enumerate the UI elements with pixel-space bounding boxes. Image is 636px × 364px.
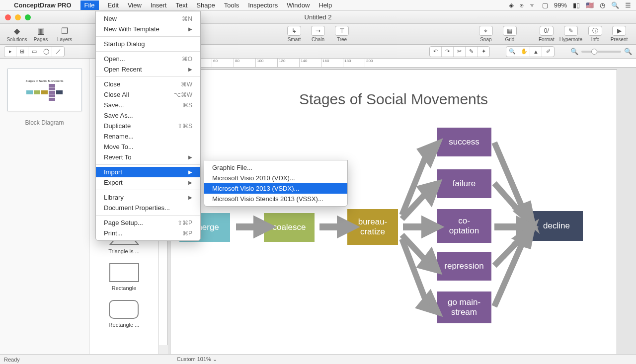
- menubar-file[interactable]: File: [80, 0, 99, 10]
- menu-icon[interactable]: ☰: [625, 1, 631, 9]
- file-menu-library[interactable]: Library▶: [96, 192, 200, 203]
- close-window-button[interactable]: [5, 14, 11, 20]
- file-menu-page-setup-[interactable]: Page Setup...⇧⌘P: [96, 218, 200, 228]
- shape-rounded-rectangle[interactable]: Rectangle ...: [109, 300, 140, 328]
- canvas[interactable]: Stages of Social Movements emergecoalesc…: [168, 68, 636, 354]
- undo-button[interactable]: ↶: [430, 47, 442, 57]
- wand-button[interactable]: ✦: [477, 47, 489, 57]
- file-menu-print-[interactable]: Print...⌘P: [96, 228, 200, 238]
- cut-button[interactable]: ✂: [454, 47, 466, 57]
- format-button[interactable]: 0/Format: [536, 26, 557, 42]
- grid-button[interactable]: ▦Grid: [499, 26, 521, 42]
- airplay-icon[interactable]: ▢: [542, 1, 548, 9]
- clock-icon[interactable]: ◷: [600, 1, 605, 9]
- diamond-icon[interactable]: ◈: [509, 1, 514, 9]
- tool-segment-edit: ↶ ↷ ✂ ✎ ✦: [429, 46, 490, 57]
- traffic-lights: [0, 14, 31, 20]
- file-menu-revert-to[interactable]: Revert To▶: [96, 152, 200, 162]
- smart-button[interactable]: ↳Smart: [283, 26, 305, 42]
- shape-rectangle[interactable]: Rectangle: [109, 263, 139, 291]
- page-thumbnail[interactable]: Stages of Social Movements: [7, 69, 82, 111]
- wifi-icon[interactable]: ᯤ: [530, 1, 536, 9]
- flag-icon[interactable]: 🇺🇸: [586, 1, 594, 9]
- file-menu-move-to-[interactable]: Move To...: [96, 142, 200, 152]
- battery-text[interactable]: 99%: [554, 1, 567, 9]
- zoom-tool[interactable]: 🔍: [506, 47, 518, 57]
- file-menu-close[interactable]: Close⌘W: [96, 79, 200, 89]
- hypernote-button[interactable]: ✎Hypernote: [559, 26, 582, 42]
- menubar-app[interactable]: ConceptDraw PRO: [14, 1, 72, 9]
- minimize-window-button[interactable]: [15, 14, 21, 20]
- menubar-right: ◈ ⍟ ᯤ ▢ 99% ▮▯ 🇺🇸 ◷ 🔍 ☰: [509, 1, 631, 9]
- chain-button[interactable]: ⇢Chain: [307, 26, 329, 42]
- battery-icon[interactable]: ▮▯: [573, 1, 580, 9]
- import-menu-microsoft-visio-vsdx-[interactable]: Microsoft Visio 2013 (VSDX)...: [204, 183, 347, 194]
- info-icon: ⓘ: [588, 26, 602, 36]
- tree-button[interactable]: ⊤Tree: [331, 26, 353, 42]
- svg-marker-1: [257, 221, 269, 233]
- format-icon: 0/: [540, 26, 554, 36]
- page-thumbnail-caption: Block Diagram: [25, 119, 64, 126]
- file-menu-save-[interactable]: Save...⌘S: [96, 100, 200, 110]
- file-menu-export[interactable]: Export▶: [96, 177, 200, 188]
- tool-segment-select: ▸ ⊞ ▭ ◯ ／: [4, 46, 65, 57]
- file-menu-open-[interactable]: Open...⌘O: [96, 54, 200, 64]
- hand-tool[interactable]: ✋: [518, 47, 530, 57]
- pages-button[interactable]: ▥Pages: [30, 26, 52, 42]
- zoom-track[interactable]: [581, 51, 621, 53]
- solutions-button[interactable]: ◆Solutions: [6, 26, 28, 42]
- zoom-in-icon[interactable]: 🔍: [624, 48, 632, 55]
- rect-tool[interactable]: ▭: [28, 47, 40, 57]
- pointer-tool[interactable]: ▸: [4, 47, 16, 57]
- diagram-arrows: [170, 70, 618, 354]
- menubar-tools[interactable]: Tools: [224, 1, 239, 9]
- file-menu-import[interactable]: Import▶: [96, 167, 200, 177]
- import-menu-graphic-file-[interactable]: Graphic File...: [204, 162, 347, 173]
- file-menu-open-recent[interactable]: Open Recent▶: [96, 64, 200, 74]
- menubar-insert[interactable]: Insert: [151, 1, 167, 9]
- eyedropper-tool[interactable]: ✐: [542, 47, 554, 57]
- layers-button[interactable]: ❐Layers: [54, 26, 76, 42]
- shield-icon[interactable]: ⍟: [520, 1, 524, 9]
- info-button[interactable]: ⓘInfo: [584, 26, 606, 42]
- toolbar-group-center: ↳Smart ⇢Chain ⊤Tree: [283, 26, 353, 42]
- zoom-thumb[interactable]: [591, 49, 597, 55]
- zoom-window-button[interactable]: [25, 14, 31, 20]
- solutions-icon: ◆: [10, 26, 24, 36]
- file-menu-close-all[interactable]: Close All⌥⌘W: [96, 89, 200, 100]
- stamp-tool[interactable]: ▲: [530, 47, 542, 57]
- zoom-slider[interactable]: 🔍 🔍: [570, 48, 632, 55]
- file-menu-new-with-template[interactable]: New With Template▶: [96, 24, 200, 34]
- thumb-title: Stages of Social Movements: [25, 79, 63, 82]
- menubar-text[interactable]: Text: [175, 1, 187, 9]
- menubar-help[interactable]: Help: [318, 1, 332, 9]
- file-menu-rename-[interactable]: Rename...: [96, 131, 200, 142]
- mac-menubar: ConceptDraw PRO File Edit View Insert Te…: [0, 0, 636, 11]
- present-icon: ▶: [612, 26, 626, 36]
- page[interactable]: Stages of Social Movements emergecoalesc…: [170, 70, 617, 354]
- file-menu-save-as-[interactable]: Save As...: [96, 110, 200, 121]
- file-menu-duplicate[interactable]: Duplicate⇧⌘S: [96, 121, 200, 131]
- menubar-inspectors[interactable]: Inspectors: [248, 1, 278, 9]
- zoom-out-icon[interactable]: 🔍: [570, 48, 578, 55]
- ellipse-tool[interactable]: ◯: [40, 47, 52, 57]
- redo-button[interactable]: ↷: [442, 47, 454, 57]
- snap-button[interactable]: ⌖Snap: [475, 26, 497, 42]
- file-menu-startup-dialog[interactable]: Startup Dialog: [96, 39, 200, 49]
- pages-panel: Stages of Social Movements Block Diagram: [0, 59, 89, 354]
- text-tool[interactable]: ⊞: [16, 47, 28, 57]
- file-menu-document-properties-[interactable]: Document Properties...: [96, 203, 200, 213]
- zoom-readout[interactable]: Custom 101% ⌄: [177, 356, 217, 363]
- line-tool[interactable]: ／: [52, 47, 64, 57]
- menubar-edit[interactable]: Edit: [108, 1, 119, 9]
- menubar-view[interactable]: View: [128, 1, 142, 9]
- search-icon[interactable]: 🔍: [611, 1, 619, 9]
- import-menu-microsoft-visio-stencils-vssx-[interactable]: Microsoft Visio Stencils 2013 (VSSX)...: [204, 194, 347, 204]
- present-button[interactable]: ▶Present: [608, 26, 630, 42]
- menubar-window[interactable]: Window: [287, 1, 310, 9]
- file-menu: New⌘NNew With Template▶Startup DialogOpe…: [95, 11, 201, 241]
- import-menu-microsoft-visio-vdx-[interactable]: Microsoft Visio 2010 (VDX)...: [204, 173, 347, 183]
- dropper-button[interactable]: ✎: [466, 47, 477, 57]
- menubar-shape[interactable]: Shape: [196, 1, 215, 9]
- file-menu-new[interactable]: New⌘N: [96, 13, 200, 24]
